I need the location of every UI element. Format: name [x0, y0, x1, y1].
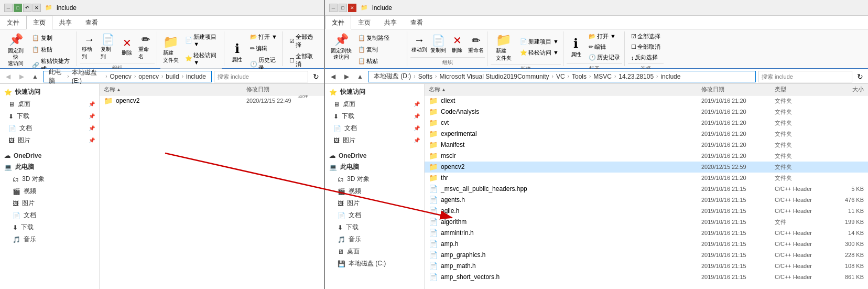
new-folder-btn[interactable]: 📁新建文件夹 — [160, 33, 181, 66]
deselect-all-btn[interactable]: ☐ 全部取消 — [286, 51, 320, 70]
right-forward-btn[interactable]: ▶ — [341, 71, 352, 82]
right-crumb-msvc[interactable]: MSVC — [591, 72, 614, 81]
left-crumb-opencv[interactable]: Opencv — [108, 72, 134, 81]
right-row-agents[interactable]: 📄agents.h 2019/10/16 21:15 C/C++ Header … — [425, 195, 868, 206]
right-sidebar-thispc[interactable]: 💻 此电脑 — [325, 161, 424, 173]
pin-to-quick-btn[interactable]: 📌 固定到快速访问 — [4, 31, 27, 68]
right-copypath-btn[interactable]: 📋 复制路径 — [355, 33, 404, 44]
right-refresh-btn[interactable]: ↻ — [854, 71, 866, 82]
right-properties-btn[interactable]: ℹ属性 — [567, 34, 585, 60]
right-edit-btn[interactable]: ✏ 编辑 — [587, 42, 622, 52]
right-address-path[interactable]: 本地磁盘 (D:) › Softs › Microsoft Visual Stu… — [368, 71, 756, 82]
right-crumb-vc[interactable]: VC — [554, 72, 567, 81]
right-paste-btn[interactable]: 📋 粘贴 — [355, 56, 404, 67]
right-col-date-header[interactable]: 修改日期 — [701, 85, 775, 93]
right-sidebar-quickaccess[interactable]: ⭐ 快速访问 — [325, 86, 424, 98]
right-maximize-btn[interactable]: □ — [339, 4, 347, 12]
right-crumb-softs[interactable]: Softs — [416, 72, 435, 81]
open-btn[interactable]: 📂 打开 ▼ — [247, 31, 280, 42]
left-close-btn[interactable]: ✕ — [32, 4, 41, 12]
right-sidebar-pics[interactable]: 🖼 图片 📌 — [325, 134, 424, 146]
right-row-codeanalysis[interactable]: 📁CodeAnalysis 2019/10/16 21:20 文件夹 — [425, 106, 868, 117]
right-copy-btn[interactable]: 📋 复制 — [355, 44, 404, 55]
right-row-msclr[interactable]: 📁msclr 2019/10/16 21:20 文件夹 — [425, 151, 868, 162]
left-file-row-opencv2[interactable]: 📁 opencv2 2020/12/15 22:49 — [100, 95, 324, 106]
right-deselect-all-btn[interactable]: ☐ 全部取消 — [628, 42, 664, 52]
left-max-btn[interactable]: ↶ — [23, 4, 31, 12]
paste-btn[interactable]: 📋 粘贴 — [29, 44, 73, 55]
left-back-btn[interactable]: ◀ — [2, 71, 14, 82]
right-row-cliext[interactable]: 📁cliext 2019/10/16 21:20 文件夹 — [425, 95, 868, 106]
left-sidebar-thispc[interactable]: 💻 此电脑 — [0, 161, 99, 173]
right-moveto-btn[interactable]: →移动到 — [410, 33, 428, 55]
right-sidebar-video[interactable]: 🎬 视频 — [325, 185, 424, 197]
right-row-amp-math[interactable]: 📄amp_math.h 2019/10/16 21:15 C/C++ Heade… — [425, 261, 868, 272]
right-tab-file[interactable]: 文件 — [325, 16, 351, 29]
right-open-btn[interactable]: 📂 打开 ▼ — [587, 31, 622, 41]
new-item-btn[interactable]: 📄新建项目 ▼ — [182, 31, 222, 49]
left-search-input[interactable] — [214, 71, 308, 82]
right-crumb-disk[interactable]: 本地磁盘 (D:) — [372, 71, 413, 81]
copy-btn[interactable]: 📋 复制 — [29, 33, 73, 44]
right-new-folder-btn[interactable]: 📁新建文件夹 — [491, 31, 517, 63]
edit-btn[interactable]: ✏ 编辑 — [247, 43, 280, 54]
left-tab-share[interactable]: 共享 — [52, 16, 79, 29]
select-all-btn[interactable]: ☑ 全部选择 — [286, 31, 320, 50]
right-sidebar-downloads[interactable]: ⬇ 下载 — [325, 221, 424, 233]
easy-access-btn[interactable]: ⭐轻松访问 ▼ — [182, 50, 222, 67]
right-row-algorithm[interactable]: 📄algorithm 2019/10/16 21:15 文件 199 KB — [425, 217, 868, 228]
right-tab-home[interactable]: 主页 — [351, 16, 377, 29]
left-crumb-opencv2[interactable]: opencv — [136, 72, 161, 81]
left-crumb-build[interactable]: build — [164, 72, 181, 81]
left-tab-view[interactable]: 查看 — [79, 16, 105, 29]
right-copyto-btn[interactable]: 📄复制到 — [429, 33, 447, 55]
left-refresh-btn[interactable]: ↻ — [310, 71, 322, 82]
right-invert-select-btn[interactable]: ↕ 反向选择 — [628, 52, 664, 62]
right-sidebar-onedrive[interactable]: ☁ OneDrive — [325, 151, 424, 161]
left-forward-btn[interactable]: ▶ — [16, 71, 27, 82]
left-sidebar-downloads[interactable]: ⬇ 下载 — [0, 221, 99, 233]
left-col-date-header[interactable]: 修改日期 — [246, 85, 320, 93]
left-address-path[interactable]: 此电脑 › 本地磁盘 (E:) › Opencv › opencv › buil… — [43, 71, 212, 82]
right-close-btn[interactable]: ✕ — [348, 4, 356, 12]
right-col-type-header[interactable]: 类型 — [775, 85, 827, 93]
left-sidebar-documents[interactable]: 📄 文档 — [0, 209, 99, 221]
right-row-ammintrin[interactable]: 📄ammintrin.h 2019/10/16 21:15 C/C++ Head… — [425, 228, 868, 239]
right-crumb-tools[interactable]: Tools — [570, 72, 589, 81]
right-new-item-btn[interactable]: 📄新建项目 ▼ — [518, 37, 561, 47]
right-sidebar-download[interactable]: ⬇ 下载 📌 — [325, 110, 424, 122]
right-sidebar-diskc[interactable]: 💾 本地磁盘 (C:) — [325, 258, 424, 270]
left-sidebar-download[interactable]: ⬇ 下载 📌 — [0, 110, 99, 122]
left-sidebar-video[interactable]: 🎬 视频 — [0, 185, 99, 197]
left-up-btn[interactable]: ▲ — [29, 71, 41, 82]
right-row-opencv2[interactable]: 📁opencv2 2020/12/15 22:59 文件夹 — [425, 162, 868, 173]
properties-btn[interactable]: ℹ属性 — [227, 39, 246, 66]
right-history-btn[interactable]: 🕐 历史记录 — [587, 52, 622, 62]
right-sidebar-docs[interactable]: 📄 文档 📌 — [325, 122, 424, 134]
right-easy-access-btn[interactable]: ⭐轻松访问 ▼ — [518, 48, 561, 58]
left-sidebar-quickaccess[interactable]: ⭐ 快速访问 — [0, 86, 99, 98]
left-sidebar-3d[interactable]: 🗂 3D 对象 — [0, 173, 99, 185]
right-sidebar-3d[interactable]: 🗂 3D 对象 — [325, 173, 424, 185]
right-sidebar-documents[interactable]: 📄 文档 — [325, 209, 424, 221]
left-sidebar-pics[interactable]: 🖼 图片 📌 — [0, 134, 99, 146]
left-sidebar-onedrive[interactable]: ☁ OneDrive — [0, 151, 99, 161]
right-row-msvc-hpp[interactable]: 📄_msvc_all_public_headers.hpp 2019/10/16… — [425, 184, 868, 195]
right-row-experimental[interactable]: 📁experimental 2019/10/16 21:20 文件夹 — [425, 129, 868, 140]
rename-btn[interactable]: ✏重命名 — [137, 31, 155, 62]
right-rename-btn[interactable]: ✏重命名 — [467, 33, 485, 55]
right-delete-btn[interactable]: ✕删除 — [448, 33, 466, 55]
left-tab-home[interactable]: 主页 — [26, 16, 52, 29]
copy-to-btn[interactable]: 📄复制到 — [99, 31, 117, 62]
right-search-input[interactable] — [758, 71, 852, 82]
right-row-manifest[interactable]: 📁Manifest 2019/10/16 21:20 文件夹 — [425, 140, 868, 151]
right-tab-share[interactable]: 共享 — [377, 16, 404, 29]
right-select-all-btn[interactable]: ☑ 全部选择 — [628, 31, 664, 41]
right-crumb-vs[interactable]: Microsoft Visual Studio2019Community — [437, 72, 551, 81]
left-crumb-include[interactable]: include — [184, 72, 208, 81]
move-to-btn[interactable]: →移动到 — [80, 32, 98, 62]
right-row-amp-shortvec[interactable]: 📄amp_short_vectors.h 2019/10/16 21:15 C/… — [425, 272, 868, 283]
left-minimize-btn[interactable]: ─ — [4, 4, 13, 12]
right-sidebar-music[interactable]: 🎵 音乐 — [325, 233, 424, 245]
left-sidebar-music[interactable]: 🎵 音乐 — [0, 233, 99, 245]
